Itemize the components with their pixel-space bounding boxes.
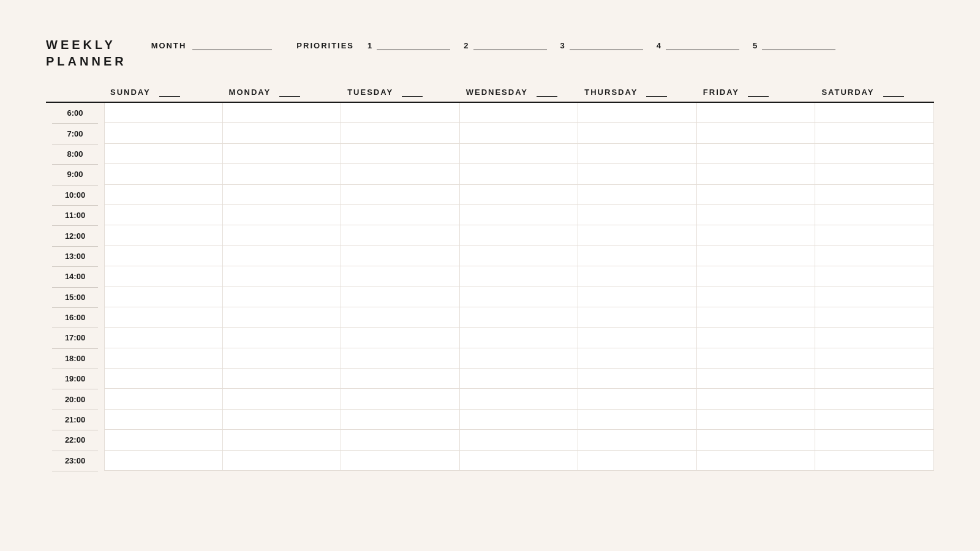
time-slot[interactable] <box>104 205 223 225</box>
time-slot[interactable] <box>460 246 579 266</box>
time-slot[interactable] <box>104 246 223 266</box>
time-slot[interactable] <box>460 225 579 246</box>
time-slot[interactable] <box>223 123 342 143</box>
time-slot[interactable] <box>460 144 579 164</box>
time-slot[interactable] <box>104 389 223 409</box>
time-slot[interactable] <box>341 164 460 184</box>
time-slot[interactable] <box>697 287 816 307</box>
time-slot[interactable] <box>460 430 579 450</box>
time-slot[interactable] <box>341 246 460 266</box>
time-slot[interactable] <box>815 451 934 471</box>
time-slot[interactable] <box>578 225 697 246</box>
time-slot[interactable] <box>578 266 697 287</box>
time-slot[interactable] <box>697 307 816 328</box>
month-input[interactable] <box>192 38 272 50</box>
time-slot[interactable] <box>341 328 460 348</box>
time-slot[interactable] <box>104 348 223 369</box>
time-slot[interactable] <box>460 328 579 348</box>
time-slot[interactable] <box>460 205 579 225</box>
time-slot[interactable] <box>223 451 342 471</box>
sunday-date-input[interactable] <box>159 87 180 97</box>
time-slot[interactable] <box>223 430 342 450</box>
time-slot[interactable] <box>697 164 816 184</box>
time-slot[interactable] <box>223 287 342 307</box>
time-slot[interactable] <box>697 328 816 348</box>
friday-date-input[interactable] <box>748 87 769 97</box>
time-slot[interactable] <box>578 287 697 307</box>
time-slot[interactable] <box>815 369 934 389</box>
time-slot[interactable] <box>341 225 460 246</box>
time-slot[interactable] <box>104 451 223 471</box>
time-slot[interactable] <box>578 307 697 328</box>
time-slot[interactable] <box>578 123 697 143</box>
time-slot[interactable] <box>815 246 934 266</box>
time-slot[interactable] <box>460 410 579 430</box>
time-slot[interactable] <box>223 389 342 409</box>
time-slot[interactable] <box>815 328 934 348</box>
time-slot[interactable] <box>697 205 816 225</box>
time-slot[interactable] <box>697 103 816 123</box>
time-slot[interactable] <box>815 205 934 225</box>
time-slot[interactable] <box>815 225 934 246</box>
time-slot[interactable] <box>341 266 460 287</box>
time-slot[interactable] <box>578 164 697 184</box>
time-slot[interactable] <box>341 307 460 328</box>
time-slot[interactable] <box>341 430 460 450</box>
time-slot[interactable] <box>815 430 934 450</box>
time-slot[interactable] <box>223 266 342 287</box>
time-slot[interactable] <box>697 451 816 471</box>
time-slot[interactable] <box>341 451 460 471</box>
time-slot[interactable] <box>341 389 460 409</box>
time-slot[interactable] <box>578 451 697 471</box>
time-slot[interactable] <box>104 307 223 328</box>
priority-5-input[interactable] <box>762 38 835 50</box>
time-slot[interactable] <box>697 369 816 389</box>
time-slot[interactable] <box>341 185 460 205</box>
time-slot[interactable] <box>341 144 460 164</box>
time-slot[interactable] <box>223 225 342 246</box>
thursday-date-input[interactable] <box>646 87 667 97</box>
time-slot[interactable] <box>697 348 816 369</box>
time-slot[interactable] <box>578 144 697 164</box>
time-slot[interactable] <box>815 410 934 430</box>
time-slot[interactable] <box>578 410 697 430</box>
time-slot[interactable] <box>341 369 460 389</box>
time-slot[interactable] <box>697 123 816 143</box>
time-slot[interactable] <box>815 266 934 287</box>
time-slot[interactable] <box>578 185 697 205</box>
time-slot[interactable] <box>578 430 697 450</box>
time-slot[interactable] <box>697 410 816 430</box>
time-slot[interactable] <box>223 348 342 369</box>
time-slot[interactable] <box>460 348 579 369</box>
time-slot[interactable] <box>578 369 697 389</box>
time-slot[interactable] <box>460 287 579 307</box>
time-slot[interactable] <box>341 123 460 143</box>
time-slot[interactable] <box>104 123 223 143</box>
time-slot[interactable] <box>223 185 342 205</box>
priority-3-input[interactable] <box>570 38 643 50</box>
time-slot[interactable] <box>578 246 697 266</box>
saturday-date-input[interactable] <box>883 87 904 97</box>
time-slot[interactable] <box>815 123 934 143</box>
time-slot[interactable] <box>460 307 579 328</box>
time-slot[interactable] <box>578 205 697 225</box>
time-slot[interactable] <box>697 266 816 287</box>
time-slot[interactable] <box>104 328 223 348</box>
time-slot[interactable] <box>815 307 934 328</box>
time-slot[interactable] <box>341 205 460 225</box>
wednesday-date-input[interactable] <box>537 87 557 97</box>
time-slot[interactable] <box>697 144 816 164</box>
time-slot[interactable] <box>697 389 816 409</box>
time-slot[interactable] <box>104 164 223 184</box>
time-slot[interactable] <box>104 225 223 246</box>
tuesday-date-input[interactable] <box>402 87 423 97</box>
time-slot[interactable] <box>815 103 934 123</box>
time-slot[interactable] <box>104 410 223 430</box>
priority-1-input[interactable] <box>377 38 450 50</box>
time-slot[interactable] <box>223 410 342 430</box>
time-slot[interactable] <box>223 103 342 123</box>
time-slot[interactable] <box>460 185 579 205</box>
time-slot[interactable] <box>341 410 460 430</box>
time-slot[interactable] <box>104 430 223 450</box>
time-slot[interactable] <box>223 307 342 328</box>
